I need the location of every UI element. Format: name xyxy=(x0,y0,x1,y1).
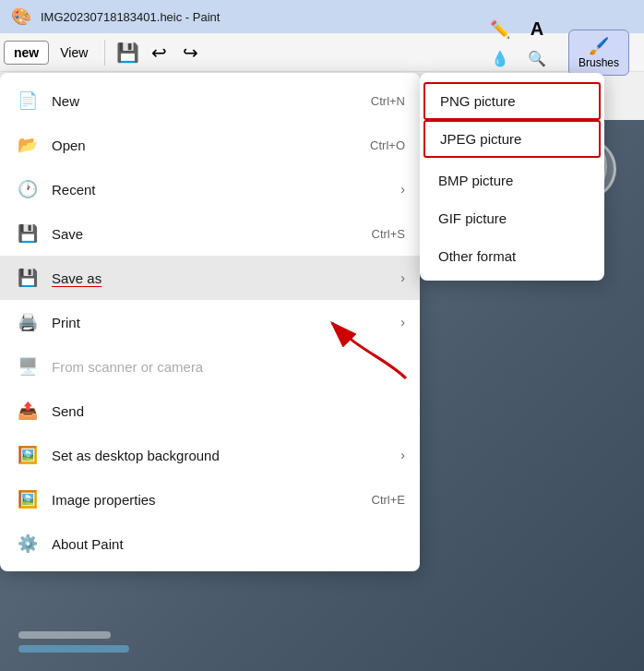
about-label: About Paint xyxy=(52,536,405,552)
new-shortcut: Ctrl+N xyxy=(371,94,405,108)
recent-icon: 🕐 xyxy=(15,176,41,202)
new-icon: 📄 xyxy=(15,88,41,114)
saveas-other[interactable]: Other format xyxy=(420,237,604,275)
send-icon: 📤 xyxy=(15,398,41,424)
properties-shortcut: Ctrl+E xyxy=(372,493,405,507)
jpeg-label: JPEG picture xyxy=(440,131,521,147)
saveas-bmp[interactable]: BMP picture xyxy=(420,162,604,199)
bmp-label: BMP picture xyxy=(438,173,513,188)
undo-icon[interactable]: ↩ xyxy=(146,40,172,66)
send-label: Send xyxy=(52,403,405,419)
separator xyxy=(104,40,105,66)
save-shortcut: Ctrl+S xyxy=(372,227,405,241)
brushes-icon: 🖌️ xyxy=(589,36,609,56)
recent-label: Recent xyxy=(52,182,389,198)
view-menu-button[interactable]: View xyxy=(51,42,97,64)
menu-item-open[interactable]: 📂 Open Ctrl+O xyxy=(0,123,420,167)
redo-icon[interactable]: ↪ xyxy=(177,40,203,66)
menu-item-scanner: 🖥️ From scanner or camera xyxy=(0,344,420,389)
recent-arrow: › xyxy=(400,182,405,197)
menu-bar: new View 💾 ↩ ↪ ✏️ A 💧 🔍 Tools 🖌️ Brushes xyxy=(0,33,644,72)
open-icon: 📂 xyxy=(15,132,41,158)
desktop-icon: 🖼️ xyxy=(15,442,41,468)
saveas-submenu: PNG picture JPEG picture BMP picture GIF… xyxy=(420,73,604,281)
save-as-label: Save as xyxy=(52,270,389,286)
zoom-icon[interactable]: 🔍 xyxy=(524,46,550,72)
desktop-label: Set as desktop background xyxy=(52,448,389,463)
brushes-button[interactable]: 🖌️ Brushes xyxy=(568,30,629,76)
saveas-png[interactable]: PNG picture xyxy=(423,82,601,120)
other-label: Other format xyxy=(438,248,516,264)
file-menu-dropdown: 📄 New Ctrl+N 📂 Open Ctrl+O 🕐 Recent › 💾 … xyxy=(0,73,420,571)
save-as-icon: 💾 xyxy=(15,265,41,291)
desktop-arrow: › xyxy=(400,448,405,462)
app-icon: 🎨 xyxy=(11,6,31,27)
save-label: Save xyxy=(52,226,372,242)
text-icon[interactable]: A xyxy=(524,17,550,42)
menu-item-new[interactable]: 📄 New Ctrl+N xyxy=(0,78,420,123)
menu-item-properties[interactable]: 🖼️ Image properties Ctrl+E xyxy=(0,477,420,521)
menu-item-send[interactable]: 📤 Send xyxy=(0,389,420,433)
open-label: Open xyxy=(52,138,370,153)
print-label: Print xyxy=(52,315,389,330)
saveas-gif[interactable]: GIF picture xyxy=(420,199,604,237)
new-label: New xyxy=(52,93,371,109)
pencil-icon[interactable]: ✏️ xyxy=(487,17,513,42)
view-label: View xyxy=(60,45,88,60)
scanner-label: From scanner or camera xyxy=(52,359,405,375)
properties-icon: 🖼️ xyxy=(15,486,41,512)
open-shortcut: Ctrl+O xyxy=(370,138,405,152)
menu-item-about[interactable]: ⚙️ About Paint xyxy=(0,521,420,566)
file-menu-button[interactable]: new xyxy=(4,41,49,65)
brushes-label: Brushes xyxy=(578,56,619,69)
title-bar-text: IMG20230718183401.heic - Paint xyxy=(41,10,220,24)
menu-item-recent[interactable]: 🕐 Recent › xyxy=(0,167,420,211)
save-icon: 💾 xyxy=(15,221,41,246)
menu-item-print[interactable]: 🖨️ Print › xyxy=(0,300,420,344)
menu-item-save[interactable]: 💾 Save Ctrl+S xyxy=(0,211,420,256)
gif-label: GIF picture xyxy=(438,210,507,226)
png-label: PNG picture xyxy=(440,93,516,109)
saveas-jpeg[interactable]: JPEG picture xyxy=(423,120,601,158)
fill-icon[interactable]: 💧 xyxy=(487,46,513,72)
about-icon: ⚙️ xyxy=(15,531,41,557)
menu-item-save-as[interactable]: 💾 Save as › xyxy=(0,256,420,300)
menu-item-desktop[interactable]: 🖼️ Set as desktop background › xyxy=(0,433,420,477)
save-toolbar-icon[interactable]: 💾 xyxy=(114,40,140,66)
print-icon: 🖨️ xyxy=(15,309,41,335)
print-arrow: › xyxy=(400,315,405,330)
save-as-arrow: › xyxy=(400,270,405,285)
scanner-icon: 🖥️ xyxy=(15,353,41,379)
properties-label: Image properties xyxy=(52,492,372,508)
